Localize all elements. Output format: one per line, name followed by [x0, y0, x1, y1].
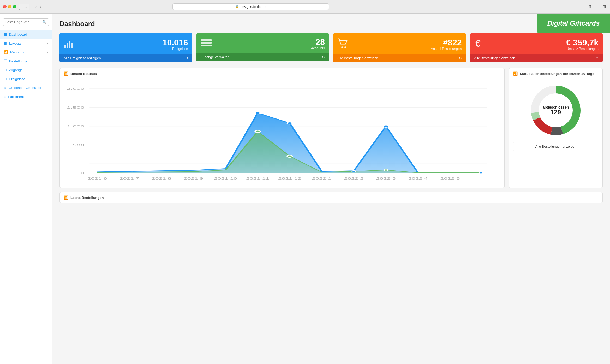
sidebar-item-label: Dashboard [9, 33, 27, 37]
browser-actions: ⬆ + ⊞ [587, 4, 607, 10]
browser-chrome: ⊡ ⌄ ‹ › 🔒 dev.gcs.tp-de.net ⬆ + ⊞ [0, 0, 610, 14]
svg-text:€: € [475, 38, 481, 49]
sidebar-item-layouts[interactable]: ▦ Layouts ‹ [0, 39, 52, 48]
letzte-bestellungen-title: Letzte Bestellungen [70, 196, 104, 200]
fullscreen-button[interactable] [13, 5, 16, 8]
show-all-bestellungen-button[interactable]: Alle Bestellungen anzeigen [513, 142, 598, 151]
svg-text:2021 8: 2021 8 [152, 177, 171, 180]
page-title: Dashboard [59, 20, 603, 28]
sidebar-item-fulfillment[interactable]: ≡ Fulfillment [0, 92, 52, 101]
chevron-icon: ‹ [47, 42, 48, 45]
bestellungen-link[interactable]: Alle Bestellungen anzeigen ⊙ [333, 54, 466, 62]
grid-button[interactable]: ⊞ [601, 4, 607, 10]
letzte-bestellungen-icon: 📶 [64, 195, 68, 200]
reporting-icon: 📶 [4, 50, 8, 54]
sidebar-item-ereignisse[interactable]: ⊞ Ereignisse [0, 74, 52, 83]
chevron-icon: ‹ [47, 51, 48, 54]
svg-point-21 [255, 112, 260, 114]
charts-row: 📶 Bestell-Statistik [59, 68, 603, 188]
sidebar-item-reporting[interactable]: 📶 Reporting ‹ [0, 48, 52, 57]
stat-card-ereignisse: 10.016 Ereignisse Alle Ereignisse anzeig… [59, 33, 192, 62]
svg-text:2022 3: 2022 3 [376, 177, 396, 180]
sidebar-item-label: Bestellungen [9, 59, 29, 63]
sidebar-item-label: Layouts [9, 41, 21, 45]
svg-text:2022 5: 2022 5 [440, 177, 460, 180]
ereignisse-link[interactable]: Alle Ereignisse anzeigen ⊙ [59, 54, 192, 62]
ereignisse-stat-icon [64, 38, 75, 51]
sidebar-toggle-button[interactable]: ⊡ ⌄ [19, 4, 29, 10]
svg-text:2022 2: 2022 2 [344, 177, 364, 180]
svg-text:2021 7: 2021 7 [119, 177, 139, 180]
svg-rect-4 [201, 39, 212, 41]
svg-text:500: 500 [73, 143, 85, 147]
accounts-label: Accounts [215, 46, 325, 50]
svg-rect-6 [201, 45, 212, 46]
svg-point-8 [344, 46, 346, 48]
fulfillment-icon: ≡ [4, 94, 6, 99]
traffic-lights [3, 5, 16, 8]
sidebar-item-label: Fulfillment [8, 95, 24, 99]
umsatz-link[interactable]: Alle Bestellungen anzeigen ⊙ [470, 54, 603, 62]
donut-container: abgeschlossen 129 [509, 79, 602, 142]
sidebar-item-zugaenge[interactable]: ⊞ Zugänge [0, 65, 52, 74]
main-content: Digital Giftcards Dashboard [52, 14, 610, 364]
svg-rect-5 [201, 42, 212, 44]
svg-text:2021 6: 2021 6 [87, 177, 107, 180]
share-button[interactable]: ⬆ [587, 4, 593, 10]
sidebar-item-dashboard[interactable]: ⊞ Dashboard [0, 30, 52, 39]
bestellungen-icon: ☰ [4, 59, 7, 63]
arrow-right-icon: ⊙ [185, 56, 188, 60]
accounts-stat-icon [201, 39, 212, 50]
svg-text:2021 9: 2021 9 [184, 177, 203, 180]
search-box[interactable]: 🔍 [3, 18, 49, 26]
ereignisse-label: Ereignisse [78, 47, 188, 51]
gutschein-icon: ◈ [4, 86, 7, 90]
svg-point-28 [384, 169, 388, 171]
svg-point-27 [287, 155, 292, 157]
ereignisse-number: 10.016 [78, 38, 188, 47]
svg-text:1.500: 1.500 [67, 106, 85, 109]
svg-text:1.000: 1.000 [67, 124, 85, 128]
sidebar-item-gutschein[interactable]: ◈ Gutschein-Generator [0, 83, 52, 92]
svg-text:2022 1: 2022 1 [312, 177, 332, 180]
svg-point-22 [287, 122, 292, 124]
search-button[interactable]: 🔍 [40, 19, 49, 26]
lock-icon: 🔒 [235, 5, 239, 8]
chart-header-icon: 📶 [64, 71, 68, 76]
address-bar[interactable]: 🔒 dev.gcs.tp-de.net [172, 3, 329, 10]
status-chart-title: Status aller Bestellungen der letzten 30… [520, 72, 594, 76]
sidebar-item-label: Reporting [10, 50, 26, 54]
sidebar-item-bestellungen[interactable]: ☰ Bestellungen [0, 57, 52, 65]
new-tab-button[interactable]: + [595, 4, 599, 10]
bestellungen-label: Anzahl Bestellungen [351, 47, 462, 51]
svg-text:0: 0 [81, 171, 85, 175]
accounts-link[interactable]: Zugänge verwalten ⊙ [196, 53, 329, 61]
cart-stat-icon [337, 38, 348, 51]
zugaenge-icon: ⊞ [4, 68, 7, 72]
minimize-button[interactable] [8, 5, 11, 8]
stat-card-umsatz: € € 359,7k Umsatz Bestellungen Alle Best… [470, 33, 603, 62]
bestell-statistik-panel: 📶 Bestell-Statistik [59, 68, 505, 188]
search-input[interactable] [3, 19, 40, 26]
svg-point-24 [352, 171, 356, 172]
stat-card-bestellungen: #822 Anzahl Bestellungen Alle Bestellung… [333, 33, 466, 62]
svg-rect-3 [71, 43, 73, 48]
ereignisse-icon: ⊞ [4, 77, 7, 81]
stat-card-accounts: 28 Accounts Zugänge verwalten ⊙ [196, 33, 329, 62]
sidebar-item-label: Gutschein-Generator [9, 86, 41, 90]
bestell-statistik-title: Bestell-Statistik [70, 72, 97, 76]
browser-nav: ‹ › [34, 4, 42, 10]
arrow-right-icon: ⊙ [459, 56, 462, 60]
giftcard-overlay[interactable]: Digital Giftcards [537, 14, 610, 33]
forward-button[interactable]: › [39, 4, 42, 10]
euro-stat-icon: € [474, 38, 485, 51]
svg-rect-1 [67, 43, 68, 48]
last-orders-panel: 📶 Letzte Bestellungen [59, 192, 603, 203]
close-button[interactable] [3, 5, 7, 8]
sidebar-item-label: Ereignisse [9, 77, 25, 81]
back-button[interactable]: ‹ [34, 4, 38, 10]
url-text: dev.gcs.tp-de.net [241, 5, 266, 9]
giftcard-label: Digital Giftcards [547, 19, 600, 27]
arrow-right-icon: ⊙ [322, 55, 325, 59]
status-chart-icon: 📶 [513, 71, 518, 76]
